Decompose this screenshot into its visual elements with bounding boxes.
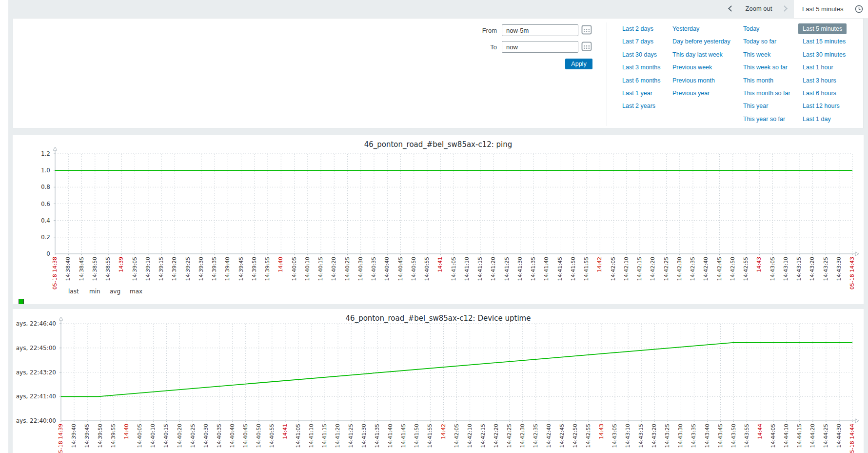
x-axis-label: 05-18 14:38: [52, 257, 58, 289]
y-axis-label: 1.0: [13, 166, 50, 174]
preset-previous-year[interactable]: Previous year: [672, 89, 710, 97]
x-axis-label: 14:42:15: [636, 257, 643, 281]
preset-this-week-so-far[interactable]: This week so far: [743, 63, 788, 71]
x-axis-label: 14:42:35: [533, 424, 539, 448]
chart-title: 46_ponton_road_#bel_sw85ax-c12: Device u…: [13, 314, 864, 323]
x-axis-label: 14:39:40: [224, 257, 231, 281]
preset-this-year[interactable]: This year: [743, 102, 768, 110]
x-axis-label: 14:43:05: [769, 257, 776, 281]
x-axis-label: 14:43:05: [612, 424, 618, 448]
x-axis-label: 14:43:10: [783, 257, 789, 281]
x-axis-label: 14:42:05: [610, 257, 616, 281]
x-axis-label: 14:43:50: [730, 424, 737, 448]
preset-last-3-hours[interactable]: Last 3 hours: [803, 77, 836, 84]
y-axis-label: 0.2: [13, 233, 50, 241]
x-axis-label: 14:41: [437, 257, 443, 272]
preset-this-month[interactable]: This month: [743, 77, 773, 84]
preset-last-1-hour[interactable]: Last 1 hour: [803, 63, 833, 71]
presets-divider: [607, 22, 607, 126]
x-axis-label: 14:39:30: [198, 257, 204, 281]
x-axis-label: 14:41:45: [400, 424, 407, 448]
x-axis-label: 14:39:50: [251, 257, 257, 281]
preset-this-year-so-far[interactable]: This year so far: [743, 115, 785, 123]
preset-last-1-day[interactable]: Last 1 day: [803, 115, 831, 123]
preset-last-15-minutes[interactable]: Last 15 minutes: [803, 38, 846, 45]
preset-this-week[interactable]: This week: [743, 51, 770, 59]
to-calendar-button[interactable]: [581, 41, 592, 53]
preset-previous-month[interactable]: Previous month: [672, 77, 715, 84]
x-axis-label: 14:43: [598, 424, 605, 439]
x-axis-label: 14:43:25: [823, 257, 829, 281]
apply-button[interactable]: Apply: [565, 59, 592, 69]
x-axis-label: 14:39:15: [158, 257, 164, 281]
x-axis-label: 14:41:55: [427, 424, 433, 448]
x-axis-label: 14:44:10: [783, 424, 789, 448]
preset-last-6-hours[interactable]: Last 6 hours: [803, 89, 836, 97]
x-axis-label: 14:40:10: [150, 424, 156, 448]
x-axis-label: 14:43:15: [796, 257, 802, 281]
x-axis-label: 14:43:30: [836, 257, 842, 281]
zoom-out-button[interactable]: Zoom out: [740, 5, 777, 12]
x-axis-label: 14:42:20: [493, 424, 499, 448]
x-axis-label: 14:39:40: [71, 424, 77, 448]
y-axis-label: 0.4: [13, 217, 50, 225]
x-axis-label: 14:39:45: [238, 257, 244, 281]
preset-last-3-months[interactable]: Last 3 months: [622, 63, 661, 71]
preset-today-so-far[interactable]: Today so far: [743, 38, 776, 45]
time-range-tab[interactable]: Last 5 minutes: [794, 0, 868, 18]
from-calendar-button[interactable]: [581, 24, 592, 36]
x-axis-label: 14:44: [757, 424, 763, 439]
x-axis-label: 14:42:40: [703, 257, 709, 281]
preset-previous-week[interactable]: Previous week: [672, 63, 712, 71]
x-axis-label: 14:43: [756, 257, 762, 272]
legend-swatch: [19, 299, 24, 304]
preset-last-2-days[interactable]: Last 2 days: [622, 25, 653, 33]
x-axis-label: 14:42:05: [454, 424, 460, 448]
to-label: To: [453, 43, 497, 51]
x-axis-label: 14:39:50: [97, 424, 103, 448]
x-axis-label: 14:40:45: [397, 257, 404, 281]
legend-header-last: last: [68, 288, 79, 295]
preset-last-12-hours[interactable]: Last 12 hours: [803, 102, 840, 110]
x-axis-label: 14:42:55: [743, 257, 749, 281]
preset-last-6-months[interactable]: Last 6 months: [622, 77, 661, 84]
x-axis-label: 14:43:35: [690, 424, 697, 448]
x-axis-label: 14:39:05: [132, 257, 138, 281]
x-axis-label: 14:43:30: [677, 424, 684, 448]
preset-day-before-yesterday[interactable]: Day before yesterday: [672, 38, 730, 45]
chart-panel-uptime: 46_ponton_road_#bel_sw85ax-c12: Device u…: [13, 309, 864, 453]
to-input[interactable]: [502, 41, 578, 53]
preset-last-5-minutes[interactable]: Last 5 minutes: [798, 23, 847, 34]
from-input[interactable]: [502, 24, 578, 36]
x-axis-label: 14:44:15: [796, 424, 803, 448]
preset-last-2-years[interactable]: Last 2 years: [622, 102, 655, 110]
chart-title: 46_ponton_road_#bel_sw85ax-c12: ping: [13, 140, 864, 149]
x-axis-label: 14:42:45: [559, 424, 565, 448]
clock-icon: [855, 5, 863, 13]
x-axis-label: 14:40:45: [242, 424, 249, 448]
from-label: From: [453, 27, 497, 34]
preset-this-day-last-week[interactable]: This day last week: [672, 51, 723, 59]
x-axis-label: 14:40:10: [304, 257, 311, 281]
x-axis-label: 14:39:25: [185, 257, 191, 281]
x-axis-label: 14:41:10: [464, 257, 470, 281]
x-axis-label: 14:42:55: [585, 424, 592, 448]
x-axis-label: 14:42:45: [716, 257, 723, 281]
y-axis-label: ays, 22:40:00: [13, 417, 56, 425]
x-axis-label: 14:38:55: [105, 257, 111, 281]
x-axis-label: 14:40:35: [371, 257, 377, 281]
preset-today[interactable]: Today: [743, 25, 759, 33]
x-axis-label: 14:40:15: [163, 424, 169, 448]
preset-last-30-days[interactable]: Last 30 days: [622, 51, 657, 59]
y-axis-label: ays, 22:45:00: [13, 344, 56, 352]
x-axis-label: 14:42:15: [480, 424, 486, 448]
x-axis-label: 14:38:50: [92, 257, 98, 281]
x-axis-label: 14:41: [282, 424, 288, 439]
x-axis-label: 14:42:20: [650, 257, 656, 281]
preset-last-7-days[interactable]: Last 7 days: [622, 38, 653, 45]
preset-last-1-year[interactable]: Last 1 year: [622, 89, 652, 97]
preset-this-month-so-far[interactable]: This month so far: [743, 89, 790, 97]
preset-yesterday[interactable]: Yesterday: [672, 25, 699, 33]
preset-last-30-minutes[interactable]: Last 30 minutes: [803, 51, 846, 59]
calendar-icon: [581, 41, 592, 52]
